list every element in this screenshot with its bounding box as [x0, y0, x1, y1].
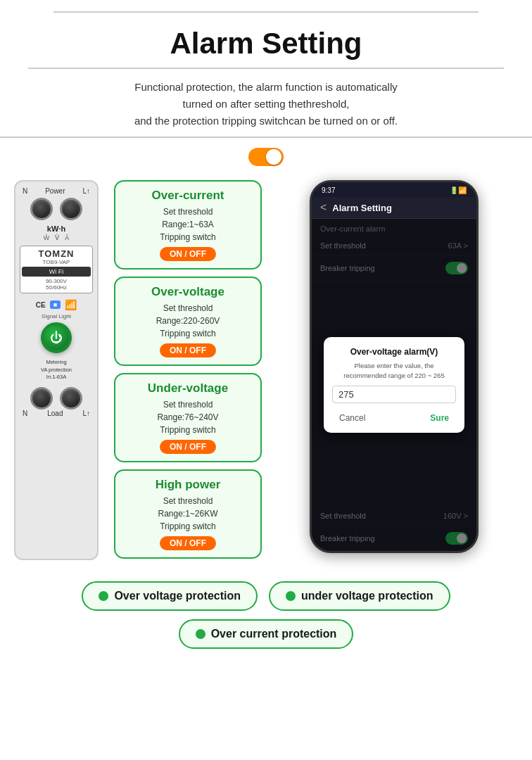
features-column: Over-current Set thresholdRange:1~63ATri… [114, 180, 262, 559]
on-off-badge-under-voltage[interactable]: ON / OFF [160, 440, 216, 454]
on-off-badge-high-power[interactable]: ON / OFF [160, 536, 216, 550]
phone-content: Over-current alarm Set threshold 63A > B… [312, 219, 476, 551]
metering-info: Metering VA protection In:1-63A [41, 359, 72, 381]
phone-mockup: 9:37 🔋📶 < Alarm Setting Over-current ala… [310, 180, 479, 553]
badges-row-bottom: Over current protection [179, 619, 354, 649]
knob-bottom-right [60, 387, 82, 410]
device-top-labels: N Power L↑ [20, 187, 93, 195]
dialog-cancel-button[interactable]: Cancel [332, 410, 372, 426]
over-voltage-badge: Over voltage protection [82, 581, 258, 611]
phone-time: 9:37 [322, 186, 335, 194]
label-n-top: N [23, 187, 27, 195]
device-column: N Power L↑ kW·h Ŵ V̂ Â TOMZN TOB9-VAP Wi… [14, 180, 106, 560]
device-image: N Power L↑ kW·h Ŵ V̂ Â TOMZN TOB9-VAP Wi… [14, 180, 99, 560]
device-knobs-bottom [30, 387, 82, 410]
wva-icons: Ŵ V̂ Â [44, 234, 70, 241]
over-current-badge-dot [196, 629, 205, 639]
feature-detail-under-voltage: Set thresholdRange:76~240VTripping switc… [125, 398, 251, 436]
feature-card-under-voltage: Under-voltage Set thresholdRange:76~240V… [114, 373, 262, 462]
dialog-overlay: Over-voltage alarm(V) Please enter the v… [312, 219, 476, 551]
feature-title-over-voltage: Over-voltage [125, 285, 251, 299]
ce-mark: CE [36, 301, 46, 309]
w-icon: Ŵ [44, 234, 50, 241]
label-l-top: L↑ [82, 187, 90, 195]
a-icon: Â [65, 234, 69, 241]
feature-card-high-power: High power Set thresholdRange:1~26KWTrip… [114, 469, 262, 559]
label-n-bottom: N [23, 410, 27, 417]
feature-title-over-current: Over-current [125, 189, 251, 203]
model-text: TOB9-VAP [22, 259, 91, 265]
feature-card-over-current: Over-current Set thresholdRange:1~63ATri… [114, 180, 262, 270]
power-button[interactable]: ⏻ [41, 322, 72, 353]
label-load: Load [47, 410, 63, 417]
v-icon: V̂ [55, 234, 59, 241]
device-knobs-top [30, 198, 82, 220]
dialog-box: Over-voltage alarm(V) Please enter the v… [324, 337, 464, 433]
ce-row: CE ■ 📶 [36, 299, 77, 310]
header-divider [28, 68, 504, 69]
brand-box: TOMZN TOB9-VAP Wi Fi 90-300V 50/60Hz [20, 246, 93, 293]
signal-light-text: Signal Light [42, 313, 71, 319]
phone-screen: 9:37 🔋📶 < Alarm Setting Over-current ala… [312, 182, 476, 551]
feature-detail-over-current: Set thresholdRange:1~63ATripping switch [125, 205, 251, 243]
wifi-signal-icon: 📶 [65, 299, 77, 310]
dialog-buttons: Cancel Sure [332, 410, 456, 426]
dialog-sure-button[interactable]: Sure [423, 410, 456, 426]
label-power: Power [45, 187, 65, 195]
kwh-label: kW·h [47, 224, 65, 233]
subtitle-text: Functional protection, the alarm functio… [28, 79, 504, 129]
wifi-badge: Wi Fi [22, 267, 91, 277]
knob-top-left [30, 198, 53, 220]
phone-column: 9:37 🔋📶 < Alarm Setting Over-current ala… [270, 180, 518, 553]
phone-status-icons: 🔋📶 [450, 186, 467, 194]
device-bottom-labels: N Load L↑ [20, 410, 93, 417]
knob-bottom-left [30, 387, 53, 410]
badges-row-top: Over voltage protection under voltage pr… [82, 581, 450, 611]
phone-status-bar: 9:37 🔋📶 [312, 182, 476, 197]
on-off-badge-over-voltage[interactable]: ON / OFF [160, 343, 216, 357]
dialog-title: Over-voltage alarm(V) [332, 347, 456, 357]
brand-name: TOMZN [22, 248, 91, 259]
page-title: Alarm Setting [28, 27, 504, 61]
under-voltage-badge-dot [286, 591, 296, 601]
feature-title-high-power: High power [125, 478, 251, 492]
on-off-badge-over-current[interactable]: ON / OFF [160, 247, 216, 261]
header-section: Alarm Setting Functional protection, the… [0, 13, 532, 138]
feature-title-under-voltage: Under-voltage [125, 381, 251, 395]
dialog-input[interactable] [332, 386, 456, 403]
phone-screen-title: Alarm Setting [332, 203, 392, 213]
over-current-badge: Over current protection [179, 619, 354, 649]
back-arrow-icon[interactable]: < [320, 201, 327, 214]
over-current-badge-label: Over current protection [211, 628, 337, 640]
under-voltage-badge-label: under voltage protection [301, 590, 433, 602]
blue-badge: ■ [50, 300, 61, 309]
knob-top-right [60, 198, 82, 220]
toggle-container [0, 148, 532, 166]
label-l-bottom: L↑ [82, 410, 90, 417]
bottom-section: Over voltage protection under voltage pr… [0, 567, 532, 663]
power-symbol: ⏻ [50, 331, 63, 346]
voltage-text: 90-300V 50/60Hz [22, 278, 91, 291]
phone-nav-bar: < Alarm Setting [312, 197, 476, 219]
feature-detail-over-voltage: Set thresholdRange:220-260VTripping swit… [125, 302, 251, 340]
over-voltage-badge-label: Over voltage protection [114, 590, 241, 602]
feature-detail-high-power: Set thresholdRange:1~26KWTripping switch [125, 495, 251, 533]
dialog-subtitle: Please enter the value, the recommended … [332, 361, 456, 380]
feature-card-over-voltage: Over-voltage Set thresholdRange:220-260V… [114, 277, 262, 366]
alarm-toggle[interactable] [248, 148, 284, 166]
over-voltage-badge-dot [99, 591, 108, 601]
under-voltage-badge: under voltage protection [269, 581, 450, 611]
main-content: N Power L↑ kW·h Ŵ V̂ Â TOMZN TOB9-VAP Wi… [0, 173, 532, 567]
